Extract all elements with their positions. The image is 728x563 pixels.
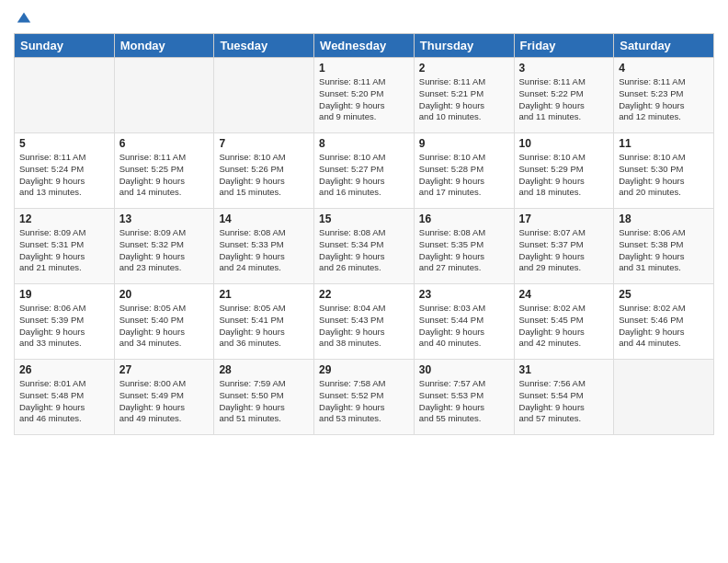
day-header-tuesday: Tuesday xyxy=(214,34,314,58)
day-number: 11 xyxy=(619,137,709,150)
calendar-cell xyxy=(114,58,214,133)
cell-info: Sunrise: 8:10 AM Sunset: 5:27 PM Dayligh… xyxy=(319,152,409,199)
header xyxy=(14,9,714,26)
day-number: 3 xyxy=(519,62,609,75)
cell-info: Sunrise: 8:11 AM Sunset: 5:24 PM Dayligh… xyxy=(19,152,109,199)
day-number: 6 xyxy=(119,137,210,150)
day-header-row: SundayMondayTuesdayWednesdayThursdayFrid… xyxy=(15,34,714,58)
cell-info: Sunrise: 8:06 AM Sunset: 5:38 PM Dayligh… xyxy=(619,227,709,274)
logo-icon xyxy=(16,9,32,26)
day-number: 13 xyxy=(119,213,210,225)
calendar-cell: 9Sunrise: 8:10 AM Sunset: 5:28 PM Daylig… xyxy=(414,133,514,209)
calendar-cell: 11Sunrise: 8:10 AM Sunset: 5:30 PM Dayli… xyxy=(614,133,714,209)
cell-info: Sunrise: 7:58 AM Sunset: 5:52 PM Dayligh… xyxy=(319,378,409,425)
cell-info: Sunrise: 8:11 AM Sunset: 5:25 PM Dayligh… xyxy=(119,152,210,199)
calendar-cell: 20Sunrise: 8:05 AM Sunset: 5:40 PM Dayli… xyxy=(114,284,214,360)
calendar-cell: 16Sunrise: 8:08 AM Sunset: 5:35 PM Dayli… xyxy=(414,209,514,284)
day-number: 7 xyxy=(219,137,309,150)
day-number: 25 xyxy=(619,288,709,301)
calendar-cell: 13Sunrise: 8:09 AM Sunset: 5:32 PM Dayli… xyxy=(114,209,214,284)
cell-info: Sunrise: 8:11 AM Sunset: 5:21 PM Dayligh… xyxy=(419,76,509,123)
day-header-friday: Friday xyxy=(514,34,614,58)
day-number: 31 xyxy=(519,363,609,376)
day-header-saturday: Saturday xyxy=(614,34,714,58)
calendar-body: 1Sunrise: 8:11 AM Sunset: 5:20 PM Daylig… xyxy=(15,58,714,435)
day-header-thursday: Thursday xyxy=(414,34,514,58)
calendar-cell: 3Sunrise: 8:11 AM Sunset: 5:22 PM Daylig… xyxy=(514,58,614,133)
calendar-cell: 28Sunrise: 7:59 AM Sunset: 5:50 PM Dayli… xyxy=(214,360,314,435)
calendar-header: SundayMondayTuesdayWednesdayThursdayFrid… xyxy=(15,34,714,58)
calendar-cell: 10Sunrise: 8:10 AM Sunset: 5:29 PM Dayli… xyxy=(514,133,614,209)
cell-info: Sunrise: 8:10 AM Sunset: 5:29 PM Dayligh… xyxy=(519,152,609,199)
day-number: 9 xyxy=(419,137,509,150)
day-number: 1 xyxy=(319,62,409,75)
cell-info: Sunrise: 8:08 AM Sunset: 5:33 PM Dayligh… xyxy=(219,227,309,274)
cell-info: Sunrise: 8:10 AM Sunset: 5:26 PM Dayligh… xyxy=(219,152,309,199)
day-number: 29 xyxy=(319,363,409,376)
cell-info: Sunrise: 8:05 AM Sunset: 5:40 PM Dayligh… xyxy=(119,303,210,350)
cell-info: Sunrise: 7:59 AM Sunset: 5:50 PM Dayligh… xyxy=(219,378,309,425)
day-number: 19 xyxy=(19,288,109,301)
calendar-cell: 21Sunrise: 8:05 AM Sunset: 5:41 PM Dayli… xyxy=(214,284,314,360)
day-number: 27 xyxy=(119,363,210,376)
day-header-sunday: Sunday xyxy=(15,34,115,58)
cell-info: Sunrise: 8:01 AM Sunset: 5:48 PM Dayligh… xyxy=(19,378,109,425)
day-header-wednesday: Wednesday xyxy=(314,34,415,58)
day-number: 24 xyxy=(519,288,609,301)
calendar-cell: 17Sunrise: 8:07 AM Sunset: 5:37 PM Dayli… xyxy=(514,209,614,284)
day-number: 18 xyxy=(619,213,709,225)
day-number: 30 xyxy=(419,363,509,376)
day-number: 14 xyxy=(219,213,309,225)
cell-info: Sunrise: 8:06 AM Sunset: 5:39 PM Dayligh… xyxy=(19,303,109,350)
calendar-cell: 8Sunrise: 8:10 AM Sunset: 5:27 PM Daylig… xyxy=(314,133,415,209)
calendar-cell: 6Sunrise: 8:11 AM Sunset: 5:25 PM Daylig… xyxy=(114,133,214,209)
calendar-cell: 19Sunrise: 8:06 AM Sunset: 5:39 PM Dayli… xyxy=(15,284,115,360)
calendar-cell: 26Sunrise: 8:01 AM Sunset: 5:48 PM Dayli… xyxy=(15,360,115,435)
calendar-cell: 4Sunrise: 8:11 AM Sunset: 5:23 PM Daylig… xyxy=(614,58,714,133)
calendar-cell: 23Sunrise: 8:03 AM Sunset: 5:44 PM Dayli… xyxy=(414,284,514,360)
day-header-monday: Monday xyxy=(114,34,214,58)
day-number: 16 xyxy=(419,213,509,225)
week-row-1: 1Sunrise: 8:11 AM Sunset: 5:20 PM Daylig… xyxy=(15,58,714,133)
calendar-cell: 25Sunrise: 8:02 AM Sunset: 5:46 PM Dayli… xyxy=(614,284,714,360)
calendar-cell: 14Sunrise: 8:08 AM Sunset: 5:33 PM Dayli… xyxy=(214,209,314,284)
day-number: 15 xyxy=(319,213,409,225)
calendar-cell: 2Sunrise: 8:11 AM Sunset: 5:21 PM Daylig… xyxy=(414,58,514,133)
calendar-cell: 18Sunrise: 8:06 AM Sunset: 5:38 PM Dayli… xyxy=(614,209,714,284)
page-container: SundayMondayTuesdayWednesdayThursdayFrid… xyxy=(0,0,728,440)
week-row-3: 12Sunrise: 8:09 AM Sunset: 5:31 PM Dayli… xyxy=(15,209,714,284)
cell-info: Sunrise: 8:10 AM Sunset: 5:28 PM Dayligh… xyxy=(419,152,509,199)
day-number: 22 xyxy=(319,288,409,301)
cell-info: Sunrise: 7:56 AM Sunset: 5:54 PM Dayligh… xyxy=(519,378,609,425)
cell-info: Sunrise: 8:03 AM Sunset: 5:44 PM Dayligh… xyxy=(419,303,509,350)
day-number: 8 xyxy=(319,137,409,150)
calendar-cell xyxy=(614,360,714,435)
day-number: 23 xyxy=(419,288,509,301)
day-number: 12 xyxy=(19,213,109,225)
cell-info: Sunrise: 7:57 AM Sunset: 5:53 PM Dayligh… xyxy=(419,378,509,425)
calendar-cell: 15Sunrise: 8:08 AM Sunset: 5:34 PM Dayli… xyxy=(314,209,415,284)
cell-info: Sunrise: 8:07 AM Sunset: 5:37 PM Dayligh… xyxy=(519,227,609,274)
day-number: 10 xyxy=(519,137,609,150)
cell-info: Sunrise: 8:08 AM Sunset: 5:34 PM Dayligh… xyxy=(319,227,409,274)
day-number: 17 xyxy=(519,213,609,225)
cell-info: Sunrise: 8:05 AM Sunset: 5:41 PM Dayligh… xyxy=(219,303,309,350)
week-row-5: 26Sunrise: 8:01 AM Sunset: 5:48 PM Dayli… xyxy=(15,360,714,435)
cell-info: Sunrise: 8:11 AM Sunset: 5:20 PM Dayligh… xyxy=(319,76,409,123)
day-number: 26 xyxy=(19,363,109,376)
cell-info: Sunrise: 8:08 AM Sunset: 5:35 PM Dayligh… xyxy=(419,227,509,274)
cell-info: Sunrise: 8:11 AM Sunset: 5:22 PM Dayligh… xyxy=(519,76,609,123)
week-row-2: 5Sunrise: 8:11 AM Sunset: 5:24 PM Daylig… xyxy=(15,133,714,209)
calendar-cell: 22Sunrise: 8:04 AM Sunset: 5:43 PM Dayli… xyxy=(314,284,415,360)
calendar: SundayMondayTuesdayWednesdayThursdayFrid… xyxy=(14,33,714,435)
svg-marker-0 xyxy=(17,13,30,23)
calendar-cell xyxy=(214,58,314,133)
calendar-cell: 7Sunrise: 8:10 AM Sunset: 5:26 PM Daylig… xyxy=(214,133,314,209)
cell-info: Sunrise: 8:10 AM Sunset: 5:30 PM Dayligh… xyxy=(619,152,709,199)
cell-info: Sunrise: 8:00 AM Sunset: 5:49 PM Dayligh… xyxy=(119,378,210,425)
calendar-cell: 24Sunrise: 8:02 AM Sunset: 5:45 PM Dayli… xyxy=(514,284,614,360)
day-number: 20 xyxy=(119,288,210,301)
calendar-cell xyxy=(15,58,115,133)
day-number: 4 xyxy=(619,62,709,75)
cell-info: Sunrise: 8:04 AM Sunset: 5:43 PM Dayligh… xyxy=(319,303,409,350)
